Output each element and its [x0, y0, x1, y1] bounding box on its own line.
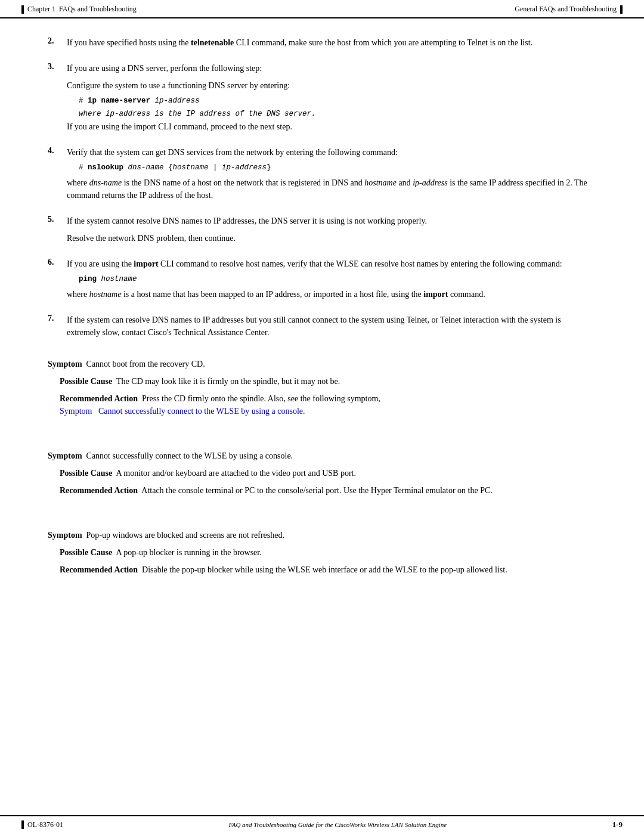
- list-item-4: 4. Verify that the system can get DNS se…: [48, 146, 596, 206]
- item-4-code: # nslookup dns-name {hostname | ip-addre…: [67, 163, 596, 172]
- cause-3-label: Possible Cause: [60, 548, 112, 557]
- code-italic-hostname: hostname: [101, 275, 137, 283]
- footer-center-text: FAQ and Troubleshooting Guide for the Ci…: [228, 821, 447, 828]
- symptom-1-text: Cannot boot from the recovery CD.: [86, 360, 205, 368]
- item-6-para1: where hostname is a host name that has b…: [67, 288, 596, 301]
- list-item-6: 6. If you are using the import CLI comma…: [48, 258, 596, 305]
- item-content-2: If you have specified hosts using the te…: [67, 36, 596, 54]
- item-5-text: If the system cannot resolve DNS names t…: [67, 215, 596, 227]
- item-3-sub: Configure the system to use a functionin…: [67, 79, 596, 92]
- item-content-5: If the system cannot resolve DNS names t…: [67, 215, 596, 249]
- footer-doc-number: OL-8376-01: [27, 820, 63, 829]
- page-header: Chapter 1 FAQs and Troubleshooting Gener…: [0, 0, 644, 18]
- symptom-3-label: Symptom: [48, 531, 82, 540]
- header-right: General FAQs and Troubleshooting: [515, 5, 623, 14]
- footer-left-bar: [21, 820, 24, 829]
- cause-2-text: A monitor and/or keyboard are attached t…: [116, 469, 356, 478]
- item-number-3: 3.: [48, 62, 60, 138]
- action-3-label: Recommended Action: [60, 565, 138, 574]
- code-italic-1: ip-address: [155, 97, 200, 105]
- action-1-label: Recommended Action: [60, 394, 138, 403]
- action-1-text: Press the CD firmly onto the spindle. Al…: [142, 394, 380, 403]
- symptom-2-label: Symptom: [48, 451, 82, 460]
- cause-1-line: Possible Cause The CD may look like it i…: [48, 375, 596, 388]
- action-3-text: Disable the pop-up blocker while using t…: [142, 565, 507, 574]
- header-section-title: General FAQs and Troubleshooting: [515, 5, 617, 14]
- header-left: Chapter 1 FAQs and Troubleshooting: [21, 5, 137, 14]
- action-3-line: Recommended Action Disable the pop-up bl…: [48, 563, 596, 576]
- header-left-bar: [21, 5, 24, 14]
- action-2-label: Recommended Action: [60, 486, 138, 495]
- cause-3-text: A pop-up blocker is running in the brows…: [116, 548, 262, 557]
- code-bold-1: ip name-server: [88, 97, 150, 105]
- list-item-3: 3. If you are using a DNS server, perfor…: [48, 62, 596, 138]
- code-bold-ping: ping: [79, 275, 97, 283]
- footer-right: 1-9: [612, 820, 623, 829]
- page-footer: OL-8376-01 FAQ and Troubleshooting Guide…: [0, 815, 644, 833]
- header-right-bar: [620, 5, 623, 14]
- item-6-intro: If you are using the import CLI command …: [67, 258, 596, 270]
- cause-3-line: Possible Cause A pop-up blocker is runni…: [48, 546, 596, 559]
- dns-name-italic: dns-name: [89, 178, 122, 187]
- list-item-2: 2. If you have specified hosts using the…: [48, 36, 596, 54]
- comment-italic-1: ip-address: [106, 110, 150, 118]
- symptom-3-line: Symptom Pop-up windows are blocked and s…: [48, 529, 596, 541]
- item-number-4: 4.: [48, 146, 60, 206]
- symptom-section-2: Symptom Cannot successfully connect to t…: [48, 450, 596, 497]
- item-number-7: 7.: [48, 314, 60, 343]
- item-6-bold-import: import: [134, 259, 158, 268]
- list-item-5: 5. If the system cannot resolve DNS name…: [48, 215, 596, 249]
- hostname-italic-2: hostname: [89, 290, 122, 299]
- main-content: 2. If you have specified hosts using the…: [0, 18, 644, 630]
- item-3-code: # ip name-server ip-address: [67, 97, 596, 105]
- item-number-2: 2.: [48, 36, 60, 54]
- cause-2-label: Possible Cause: [60, 469, 112, 478]
- header-chapter-title: FAQs and Troubleshooting: [59, 5, 137, 14]
- ipaddress-italic: ip-address: [413, 178, 448, 187]
- item-3-comment1: where ip-address is the IP address of th…: [79, 110, 596, 118]
- spacer-2: [48, 503, 596, 515]
- item-content-3: If you are using a DNS server, perform t…: [67, 62, 596, 138]
- action-1-line: Recommended Action Press the CD firmly o…: [48, 392, 596, 417]
- item-content-6: If you are using the import CLI command …: [67, 258, 596, 305]
- hostname-italic: hostname: [364, 178, 397, 187]
- item-7-text: If the system can resolve DNS names to I…: [67, 314, 596, 339]
- symptom-2-text: Cannot successfully connect to the WLSE …: [86, 451, 293, 460]
- symptom-1-link[interactable]: Symptom Cannot successfully connect to t…: [60, 407, 305, 416]
- item-5-sub: Resolve the network DNS problem, then co…: [67, 232, 596, 244]
- item-6-bold-import2: import: [423, 290, 448, 299]
- symptom-section-1: Symptom Cannot boot from the recovery CD…: [48, 358, 596, 417]
- item-6-code: ping hostname: [67, 275, 596, 283]
- item-content-4: Verify that the system can get DNS servi…: [67, 146, 596, 206]
- item-number-5: 5.: [48, 215, 60, 249]
- cause-2-line: Possible Cause A monitor and/or keyboard…: [48, 467, 596, 479]
- list-item-7: 7. If the system can resolve DNS names t…: [48, 314, 596, 343]
- item-4-intro: Verify that the system can get DNS servi…: [67, 146, 596, 159]
- symptom-3-text: Pop-up windows are blocked and screens a…: [86, 531, 284, 540]
- code-bold-2: nslookup: [88, 163, 123, 172]
- symptom-1-line: Symptom Cannot boot from the recovery CD…: [48, 358, 596, 370]
- action-2-line: Recommended Action Attach the console te…: [48, 484, 596, 497]
- spacer-1: [48, 423, 596, 435]
- item-number-6: 6.: [48, 258, 60, 305]
- item-3-intro: If you are using a DNS server, perform t…: [67, 62, 596, 75]
- cause-1-label: Possible Cause: [60, 377, 112, 386]
- item-2-text: If you have specified hosts using the te…: [67, 36, 596, 49]
- action-2-text: Attach the console terminal or PC to the…: [141, 486, 493, 495]
- footer-center: FAQ and Troubleshooting Guide for the Ci…: [63, 821, 612, 828]
- item-4-para1: where dns-name is the DNS name of a host…: [67, 176, 596, 202]
- header-chapter: Chapter 1: [27, 5, 55, 14]
- item-content-7: If the system can resolve DNS names to I…: [67, 314, 596, 343]
- symptom-section-3: Symptom Pop-up windows are blocked and s…: [48, 529, 596, 576]
- numbered-list: 2. If you have specified hosts using the…: [48, 36, 596, 343]
- item-3-comment2: If you are using the import CLI command,…: [67, 120, 596, 133]
- code-nslookup-args: dns-name {hostname | ip-address}: [128, 163, 271, 172]
- footer-page-number: 1-9: [612, 820, 623, 829]
- cause-1-text: The CD may look like it is firmly on the…: [116, 377, 340, 386]
- symptom-2-line: Symptom Cannot successfully connect to t…: [48, 450, 596, 462]
- symptom-1-label: Symptom: [48, 360, 82, 368]
- item-2-bold: telnetenable: [191, 38, 234, 47]
- footer-left: OL-8376-01: [21, 820, 63, 829]
